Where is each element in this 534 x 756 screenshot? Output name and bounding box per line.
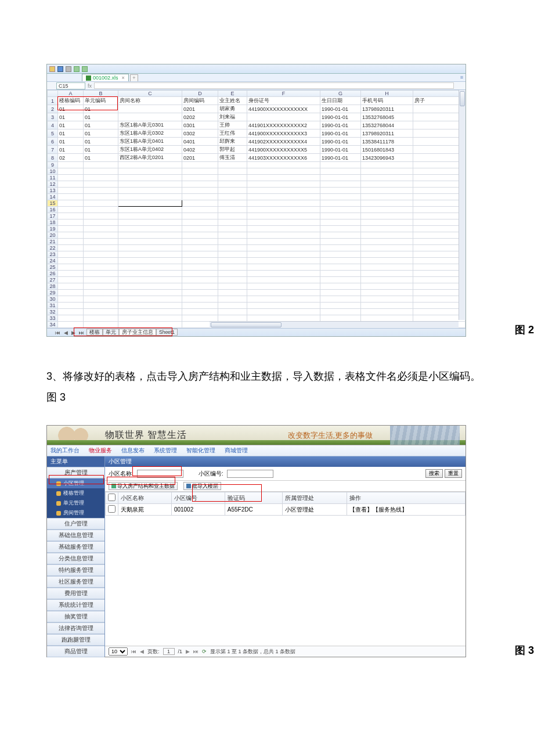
cell[interactable]: [84, 239, 118, 245]
row-header[interactable]: 20: [48, 232, 58, 239]
cell[interactable]: [413, 264, 466, 271]
cell[interactable]: [361, 188, 413, 194]
col-header[interactable]: E: [218, 91, 247, 97]
cell[interactable]: [182, 200, 218, 207]
cell[interactable]: [247, 251, 320, 258]
close-tab-icon[interactable]: ×: [122, 75, 125, 81]
cell[interactable]: [58, 213, 84, 219]
cell[interactable]: [84, 271, 118, 277]
sidebar-category[interactable]: 住户管理: [47, 518, 104, 530]
grid-cell[interactable]: 【查看】【服务热线】: [347, 504, 465, 516]
cell[interactable]: [247, 245, 320, 251]
cell[interactable]: 01: [84, 146, 118, 154]
row-checkbox[interactable]: [108, 505, 116, 513]
tabrow-expand-icon[interactable]: ≡: [460, 74, 463, 80]
cell[interactable]: [84, 162, 118, 168]
row-header[interactable]: 5: [48, 129, 58, 138]
cell[interactable]: 刘来福: [218, 113, 247, 121]
cell[interactable]: [218, 194, 247, 200]
cell[interactable]: [247, 219, 320, 226]
cell[interactable]: [361, 245, 413, 251]
cell[interactable]: [118, 239, 182, 245]
cell[interactable]: [58, 251, 84, 258]
cell[interactable]: 01: [84, 113, 118, 121]
cell[interactable]: 1990-01-01: [320, 154, 361, 162]
cell[interactable]: [361, 290, 413, 296]
cell[interactable]: [118, 162, 182, 168]
row-header[interactable]: 25: [48, 264, 58, 271]
nav-item[interactable]: 我的工作台: [50, 447, 80, 453]
cell[interactable]: [413, 309, 466, 315]
cell[interactable]: [118, 296, 182, 303]
row-header[interactable]: 29: [48, 290, 58, 296]
cell[interactable]: [118, 277, 182, 283]
cell[interactable]: 生日日期: [320, 97, 361, 105]
row-header[interactable]: 2: [48, 105, 58, 113]
cell[interactable]: 01: [84, 154, 118, 162]
cell[interactable]: [58, 188, 84, 194]
sidebar-category[interactable]: 特约服务管理: [47, 564, 104, 576]
cell[interactable]: [247, 290, 320, 296]
cell[interactable]: [218, 264, 247, 271]
cell[interactable]: [118, 200, 182, 207]
cell[interactable]: 01: [58, 129, 84, 138]
cell[interactable]: [218, 226, 247, 232]
row-header[interactable]: 1: [48, 97, 58, 105]
cell[interactable]: 王帅: [218, 121, 247, 129]
cell[interactable]: [182, 251, 218, 258]
sidebar-category[interactable]: 费用管理: [47, 588, 104, 599]
batch-import-button[interactable]: 批导入楼层: [183, 482, 221, 490]
sidebar-category[interactable]: 法律咨询管理: [47, 622, 104, 634]
cell[interactable]: [58, 207, 84, 213]
row-header[interactable]: 21: [48, 239, 58, 245]
cell[interactable]: [247, 168, 320, 175]
cell[interactable]: 房间名称: [118, 97, 182, 105]
cell[interactable]: [218, 207, 247, 213]
select-all-corner[interactable]: [48, 91, 58, 97]
pager-page-input[interactable]: 1: [163, 648, 175, 655]
cell[interactable]: [182, 232, 218, 239]
cell[interactable]: [182, 290, 218, 296]
cell[interactable]: [320, 309, 361, 315]
cell[interactable]: [182, 277, 218, 283]
cell[interactable]: [413, 296, 466, 303]
row-header[interactable]: 24: [48, 258, 58, 264]
cell[interactable]: [182, 303, 218, 309]
pager-first-icon[interactable]: ⏮: [131, 649, 136, 654]
cell[interactable]: [84, 303, 118, 309]
cell[interactable]: 王红伟: [218, 129, 247, 138]
cell[interactable]: [58, 226, 84, 232]
cell[interactable]: [218, 200, 247, 207]
cell[interactable]: [58, 315, 84, 322]
redo-icon[interactable]: [82, 66, 88, 72]
cell[interactable]: [320, 277, 361, 283]
nav-item[interactable]: 商城管理: [225, 447, 248, 453]
cell[interactable]: [218, 251, 247, 258]
document-tab[interactable]: 001002.xls ×: [82, 74, 129, 81]
cell[interactable]: [218, 232, 247, 239]
cell[interactable]: [218, 277, 247, 283]
cell[interactable]: [58, 200, 84, 207]
cell[interactable]: [320, 283, 361, 290]
cell[interactable]: [118, 207, 182, 213]
cell[interactable]: [361, 277, 413, 283]
cell[interactable]: [413, 245, 466, 251]
cell[interactable]: [361, 200, 413, 207]
cell[interactable]: [58, 175, 84, 181]
cell[interactable]: [247, 213, 320, 219]
cell[interactable]: [320, 258, 361, 264]
cell[interactable]: [182, 264, 218, 271]
cell[interactable]: [58, 303, 84, 309]
nav-item[interactable]: 智能化管理: [186, 447, 215, 453]
cell[interactable]: [118, 322, 182, 328]
sidebar-category[interactable]: 系统统计管理: [47, 599, 104, 611]
pager-last-icon[interactable]: ⏭: [193, 649, 199, 654]
cell[interactable]: 01: [58, 146, 84, 154]
cell[interactable]: 15016801843: [361, 146, 413, 154]
cell[interactable]: 西区2栋A单元0201: [118, 154, 182, 162]
cell[interactable]: 13798920311: [361, 129, 413, 138]
cell[interactable]: [413, 277, 466, 283]
cell[interactable]: [361, 271, 413, 277]
cell[interactable]: [413, 283, 466, 290]
cell[interactable]: [247, 232, 320, 239]
